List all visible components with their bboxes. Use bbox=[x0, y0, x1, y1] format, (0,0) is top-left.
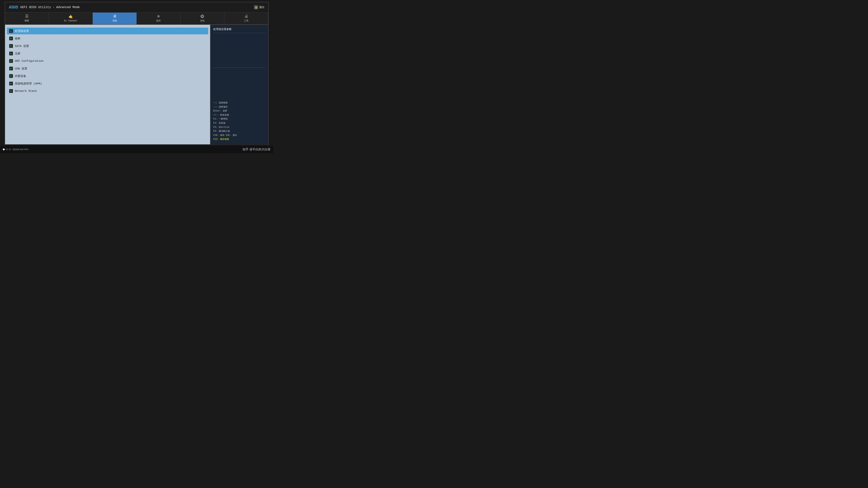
phone-model: REDMI K40 PRO bbox=[12, 148, 29, 151]
tab-monitor-label: 监控 bbox=[156, 19, 161, 22]
menu-item-south-bridge[interactable]: ▶ 南桥 bbox=[7, 35, 208, 42]
arrow-icon-apm: ▶ bbox=[9, 82, 13, 85]
dot-1 bbox=[3, 149, 5, 150]
arrow-icon-sata: ▶ bbox=[9, 44, 13, 48]
shortcut-f1: F1: 一般帮助 bbox=[213, 117, 266, 121]
menu-item-sata[interactable]: ▶ SATA 设置 bbox=[7, 42, 208, 49]
menu-label-apm: 高级电源管理 (APM) bbox=[15, 82, 42, 85]
exit-label: 退出 bbox=[259, 6, 265, 9]
arrow-icon-onboard: ▶ bbox=[9, 74, 13, 78]
arrow-icon-south: ▶ bbox=[9, 37, 13, 40]
monitor-icon: ⚙ bbox=[157, 14, 160, 19]
info-title: 处理器设置参数 bbox=[213, 28, 266, 33]
menu-item-network-stack[interactable]: ▶ Network Stack bbox=[7, 88, 208, 94]
menu-item-cpu-config[interactable]: ▶ 处理器设置 bbox=[7, 28, 208, 34]
menu-item-usb[interactable]: ▶ USB 设置 bbox=[7, 65, 208, 72]
ai-tweaker-icon: 🤙 bbox=[68, 15, 73, 19]
menu-label-north: 北桥 bbox=[15, 52, 21, 55]
menu-label-onboard: 内置设备 bbox=[15, 74, 26, 78]
shortcut-f5: F5: 最佳默认值 bbox=[213, 129, 266, 133]
tab-advanced[interactable]: 🖥 高级 bbox=[93, 12, 137, 24]
arrow-icon-network: ▶ bbox=[9, 89, 13, 93]
menu-label-cpu: 处理器设置 bbox=[15, 29, 29, 33]
menu-item-ami[interactable]: ▶ AMI Configuration bbox=[7, 58, 208, 64]
shortcut-f2: F2: 先前值 bbox=[213, 121, 266, 125]
menu-label-south: 南桥 bbox=[15, 37, 21, 40]
tab-advanced-label: 高级 bbox=[113, 19, 117, 22]
tools-icon: 🖨 bbox=[244, 14, 248, 19]
dot-3 bbox=[9, 149, 11, 150]
arrow-icon-cpu: ▶ bbox=[9, 29, 13, 33]
bios-title: UEFI BIOS Utility - Advanced Mode bbox=[20, 6, 80, 9]
tab-ai-tweaker-label: Ai Tweaker bbox=[64, 20, 78, 22]
tab-tools[interactable]: 🖨 工具 bbox=[224, 12, 268, 24]
info-panel: 处理器设置参数 →←: 选择面面 ↑↓: 选择项目 Enter: 选择 +/-:… bbox=[210, 25, 268, 144]
advanced-icon: 🖥 bbox=[113, 14, 117, 19]
tab-tools-label: 工具 bbox=[244, 19, 249, 22]
bottom-bar: REDMI K40 PRO 知乎 @不白的大白菜 bbox=[0, 146, 273, 153]
arrow-icon-north: ▶ bbox=[9, 52, 13, 55]
exit-button[interactable]: 🔒 退出 bbox=[254, 5, 265, 9]
menu-label-ami: AMI Configuration bbox=[15, 60, 43, 63]
navigation-tabs: ☰ 概要 🤙 Ai Tweaker 🖥 高级 ⚙ 监控 ⏻ 启动 🖨 工具 bbox=[5, 12, 268, 25]
main-content: ▶ 处理器设置 ▶ 南桥 ▶ SATA 设置 ▶ 北桥 ▶ AMI Config… bbox=[5, 25, 268, 144]
exit-icon: 🔒 bbox=[254, 5, 258, 9]
tab-boot-label: 启动 bbox=[200, 19, 205, 22]
asus-logo: ASUS bbox=[9, 5, 18, 10]
shortcut-enter: Enter: 选择 bbox=[213, 109, 266, 113]
arrow-icon-usb: ▶ bbox=[9, 67, 13, 70]
menu-panel: ▶ 处理器设置 ▶ 南桥 ▶ SATA 设置 ▶ 北桥 ▶ AMI Config… bbox=[5, 25, 210, 144]
shortcut-f10: F10: 保存 ESC: 退出 bbox=[213, 133, 266, 138]
tab-overview[interactable]: ☰ 概要 bbox=[5, 12, 49, 24]
menu-item-north-bridge[interactable]: ▶ 北桥 bbox=[7, 50, 208, 57]
tab-monitor[interactable]: ⚙ 监控 bbox=[137, 12, 181, 24]
menu-label-usb: USB 设置 bbox=[15, 67, 27, 70]
dot-2 bbox=[6, 149, 8, 150]
shortcut-plusminus: +/-: 更改选项 bbox=[213, 113, 266, 117]
phone-dots bbox=[3, 149, 11, 150]
menu-label-sata: SATA 设置 bbox=[15, 44, 29, 48]
arrow-icon-ami: ▶ bbox=[9, 59, 13, 63]
shortcut-updown: ↑↓: 选择项目 bbox=[213, 105, 266, 109]
boot-icon: ⏻ bbox=[200, 14, 204, 19]
shortcut-f3: F3: Shortcut bbox=[213, 125, 266, 129]
overview-icon: ☰ bbox=[25, 14, 29, 19]
header-bar: ASUS UEFI BIOS Utility - Advanced Mode 🔒… bbox=[5, 2, 268, 12]
menu-label-network: Network Stack bbox=[15, 90, 37, 93]
tab-ai-tweaker[interactable]: 🤙 Ai Tweaker bbox=[49, 12, 93, 24]
shortcut-arrows: →←: 选择面面 bbox=[213, 101, 266, 105]
watermark-text: 知乎 @不白的大白菜 bbox=[243, 148, 271, 151]
menu-item-onboard[interactable]: ▶ 内置设备 bbox=[7, 73, 208, 80]
tab-boot[interactable]: ⏻ 启动 bbox=[181, 12, 224, 24]
tab-overview-label: 概要 bbox=[25, 19, 29, 22]
shortcut-f12: F12: 储存画面 bbox=[213, 138, 266, 142]
keyboard-shortcuts: →←: 选择面面 ↑↓: 选择项目 Enter: 选择 +/-: 更改选项 F1… bbox=[213, 101, 266, 142]
menu-item-apm[interactable]: ▶ 高级电源管理 (APM) bbox=[7, 80, 208, 87]
bios-window: ASUS UEFI BIOS Utility - Advanced Mode 🔒… bbox=[5, 2, 269, 151]
